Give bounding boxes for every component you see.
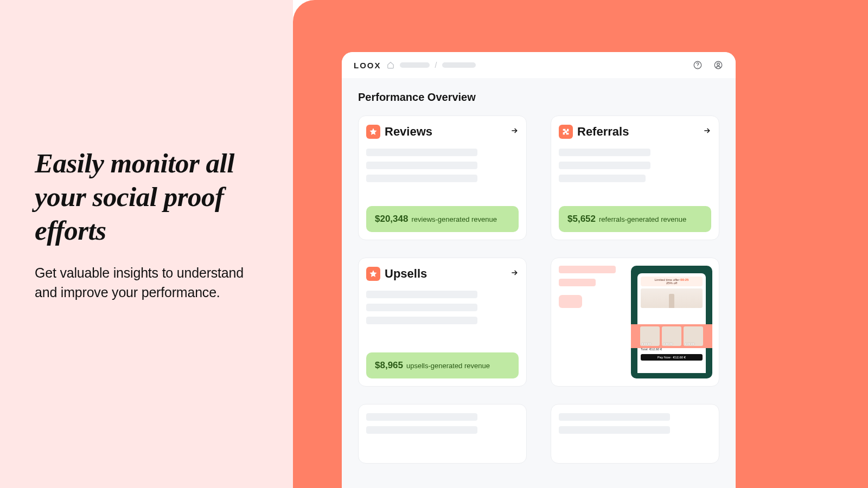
review-thumbnail[interactable] [684, 326, 703, 346]
phone-preview-inner: Limited time offer 00:25 25% off ★★★★★ 4… [637, 273, 706, 373]
puzzle-icon [559, 125, 573, 139]
marketing-headline: Easily monitor all your social proof eff… [35, 146, 266, 248]
arrow-right-icon[interactable] [510, 268, 519, 279]
svg-point-3 [717, 63, 720, 66]
review-thumbnail[interactable] [662, 326, 681, 346]
revenue-label: referrals-generated revenue [599, 215, 686, 223]
revenue-label: upsells-generated revenue [406, 362, 490, 370]
profile-icon[interactable] [713, 60, 724, 70]
page-title: Performance Overview [358, 91, 719, 104]
skeleton-line [366, 291, 477, 298]
banner-timer: 00:25 [680, 278, 688, 281]
card-stub[interactable] [551, 404, 719, 464]
marketing-subhead: Get valuable insights to understand and … [35, 263, 266, 303]
marketing-right-panel: LOOX / Performance Overview [293, 0, 868, 488]
app-window: LOOX / Performance Overview [342, 52, 736, 488]
skeleton-line [366, 149, 477, 156]
arrow-right-icon[interactable] [703, 126, 711, 137]
pay-now-button[interactable]: Pay Now · €12,60 € [641, 354, 703, 361]
app-body: Performance Overview Reviews [342, 78, 736, 477]
review-thumbnail-strip [631, 324, 712, 348]
skeleton-line [366, 304, 477, 311]
skeleton-line [559, 175, 646, 182]
arrow-right-icon[interactable] [510, 126, 519, 137]
metric-placeholder-group [366, 149, 519, 206]
banner-discount: 25% off [666, 281, 677, 285]
metric-placeholder-group [559, 149, 711, 206]
card-title: Referrals [577, 125, 698, 139]
skeleton-line [559, 279, 596, 286]
skeleton-button [559, 295, 582, 308]
star-icon [366, 125, 380, 139]
cards-grid: Reviews $20,348 reviews-generated revenu… [358, 115, 719, 464]
svg-point-1 [697, 67, 698, 67]
skeleton-line [559, 413, 670, 421]
revenue-pill: $20,348 reviews-generated revenue [366, 206, 519, 232]
metric-placeholder-group [366, 291, 519, 352]
skeleton-line [559, 426, 670, 434]
revenue-pill: $5,652 referrals-generated revenue [559, 206, 711, 232]
revenue-amount: $5,652 [567, 214, 596, 224]
app-logo: LOOX [354, 61, 381, 70]
preview-placeholder-group [559, 266, 626, 378]
breadcrumb-placeholder [400, 62, 430, 68]
svg-point-2 [714, 61, 722, 69]
help-icon[interactable] [692, 60, 703, 70]
revenue-label: reviews-generated revenue [411, 215, 497, 223]
revenue-pill: $8,965 upsells-generated revenue [366, 352, 519, 378]
breadcrumb-placeholder [442, 62, 476, 68]
home-icon[interactable] [387, 61, 394, 69]
phone-preview-frame: Limited time offer 00:25 25% off ★★★★★ 4… [631, 266, 712, 378]
card-stub[interactable] [358, 404, 527, 464]
card-reviews[interactable]: Reviews $20,348 reviews-generated revenu… [358, 115, 527, 240]
skeleton-line [366, 426, 477, 434]
skeleton-line [366, 413, 477, 421]
card-preview[interactable]: Limited time offer 00:25 25% off ★★★★★ 4… [551, 258, 719, 387]
skeleton-line [366, 162, 477, 169]
skeleton-line [559, 162, 650, 169]
card-referrals[interactable]: Referrals $5,652 referrals-generated rev… [551, 115, 719, 240]
skeleton-line [366, 317, 477, 324]
card-upsells[interactable]: Upsells $8,965 upsells-generated revenue [358, 258, 527, 387]
card-title: Reviews [385, 125, 506, 139]
product-hero-image [641, 288, 703, 308]
breadcrumb-separator: / [435, 61, 437, 69]
skeleton-line [559, 266, 616, 273]
revenue-amount: $20,348 [375, 214, 408, 224]
star-icon [366, 267, 380, 281]
skeleton-line [559, 149, 650, 156]
app-header: LOOX / [342, 52, 736, 78]
limited-offer-banner: Limited time offer 00:25 25% off [641, 277, 703, 286]
skeleton-line [366, 175, 477, 182]
revenue-amount: $8,965 [375, 360, 403, 371]
card-title: Upsells [385, 267, 506, 281]
review-thumbnail[interactable] [640, 326, 660, 346]
marketing-left-panel: Easily monitor all your social proof eff… [0, 0, 293, 488]
